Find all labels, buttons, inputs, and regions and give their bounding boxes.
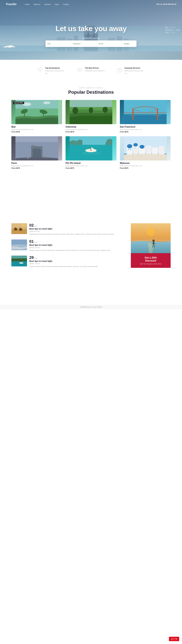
tip-text-2: Tempor massa et laoreet malesuada. Pelle… [29, 249, 111, 252]
search-label: Search for your trip [45, 37, 137, 39]
dest-price-sf: From $679 [120, 131, 171, 133]
tip-meta-2: ADMIN / SPORT [29, 247, 111, 248]
mykonos-scene [120, 136, 171, 160]
tip-meta-3: ADMIN / SPORT [29, 263, 98, 264]
dest-price-bali: From $679 [11, 131, 62, 133]
sidebar-offers[interactable]: Offers 21 [165, 27, 180, 28]
city-input[interactable] [45, 40, 71, 47]
dest-card-bali[interactable]: Special Offer Bali Nulla pretium tincidu… [11, 100, 62, 133]
tip-unit-2: MAY [34, 242, 38, 243]
svg-rect-80 [11, 240, 27, 245]
tip-text-3: Vivamus massa.Tempor massa et laoreet ma… [29, 265, 98, 268]
paris-scene [11, 136, 62, 160]
dest-card-mykonos[interactable]: Mykonos Nulla pretium tincidunt felis, n… [120, 136, 171, 169]
dest-name-indonesia: Indonesia [66, 126, 116, 128]
sf-scene [120, 100, 171, 124]
svg-point-32 [89, 107, 93, 113]
dest-name-paris: Paris [11, 162, 62, 164]
bottom-spacer [0, 276, 182, 305]
tips-section: 02 MAY Best tips to travel light ADMIN /… [0, 215, 182, 276]
dest-img-paris [11, 136, 62, 160]
sidebar-latest[interactable]: Latest 03 [165, 32, 180, 33]
svg-rect-26 [15, 100, 58, 108]
dest-price-phiphi: From $679 [66, 167, 116, 169]
svg-point-59 [127, 144, 132, 148]
features-strip: Top Destinations Nulla pretium tincidunt… [0, 60, 182, 80]
destinations-section-label: SIMPLY AMAZING PLACES [11, 87, 171, 89]
svg-rect-48 [91, 147, 91, 151]
tip-img-1 [11, 223, 27, 234]
hero-section: Let us take you away Search for your tri… [0, 0, 182, 60]
tip-title-1: Best tips to travel light [29, 228, 114, 230]
offers-count: 21 [170, 27, 171, 28]
dest-card-indonesia[interactable]: Indonesia Nulla pretium tincidunt felis,… [66, 100, 116, 133]
discount-banner[interactable]: Get a 20%Discount Buy Your Vacation Onli… [131, 253, 171, 268]
testimonials-label: Testimonials [165, 29, 173, 31]
svg-point-78 [21, 224, 26, 226]
tip-img-3 [11, 256, 27, 266]
svg-rect-36 [132, 108, 134, 120]
svg-rect-41 [32, 149, 41, 158]
destinations-grid: Special Offer Bali Nulla pretium tincidu… [11, 100, 171, 169]
tip-3-illustration [11, 256, 27, 266]
discount-subtitle: Buy Your Vacation Online Now [134, 263, 168, 265]
nav-news[interactable]: News [55, 4, 59, 6]
svg-rect-33 [70, 100, 112, 107]
svg-point-30 [72, 107, 78, 114]
call-number: Call us: 00-56 445 610 33 [156, 3, 176, 5]
dest-name-phiphi: Phi Phi Island [66, 162, 116, 164]
nav-services[interactable]: Services [44, 4, 51, 6]
nav-home[interactable]: Home [25, 4, 29, 6]
dest-desc-indonesia: Nulla pretium tincidunt felis, nec. [66, 128, 116, 130]
testimonials-count: 37 [174, 29, 175, 30]
feature-prices-title: The Best Prices [85, 67, 105, 69]
hero-title: Let us take you away [55, 24, 127, 33]
svg-rect-57 [152, 147, 158, 155]
nav-contact[interactable]: Contact [63, 4, 69, 6]
logo[interactable]: Travello [6, 2, 16, 6]
tip-number-3: 29 [29, 256, 34, 260]
tip-title-3: Best tips to travel light [29, 260, 98, 262]
svg-rect-56 [146, 146, 151, 155]
beach-illustration [131, 223, 171, 254]
svg-rect-74 [20, 228, 21, 228]
dest-img-sf [120, 100, 171, 124]
dest-card-sf[interactable]: San Francisco Nulla pretium tincidunt fe… [120, 100, 171, 133]
dest-card-paris[interactable]: Paris Nulla pretium tincidunt felis, nec… [11, 136, 62, 169]
tip-unit-3: MAY [34, 258, 38, 259]
tip-meta-1: ADMIN / SPORT [29, 231, 114, 232]
tip-img-2 [11, 240, 27, 250]
dest-card-phiphi[interactable]: Phi Phi Island Nulla pretium tincidunt f… [66, 136, 116, 169]
search-bar: SEARCH [45, 40, 137, 47]
svg-point-31 [103, 106, 108, 113]
latest-dot [172, 32, 175, 32]
tip-title-2: Best tips to travel light [29, 244, 111, 246]
feature-destinations-desc: Nulla pretium tincidunt felis, nec. [45, 70, 66, 74]
dest-img-indonesia [66, 100, 116, 124]
dest-price-indonesia: From $679 [66, 131, 116, 133]
budget-input[interactable] [122, 40, 137, 47]
tip-1-illustration [11, 223, 27, 234]
svg-point-61 [140, 145, 144, 149]
feature-services-title: Amazing Services [124, 67, 145, 69]
feature-services: Amazing Services Nulla pretium tincidunt… [116, 67, 145, 74]
feature-prices: The Best Prices Sollicitudin mauris lobo… [77, 67, 105, 74]
umbrella-icon [37, 67, 43, 73]
dest-img-phiphi [66, 136, 116, 160]
nav-about[interactable]: About us [33, 4, 40, 6]
dest-name-mykonos: Mykonos [120, 162, 171, 164]
departure-input[interactable] [71, 40, 96, 47]
latest-count: 03 [170, 32, 171, 33]
dest-desc-sf: Nulla pretium tincidunt felis, nec. [120, 128, 171, 130]
tip-content-3: 29 MAY Best tips to travel light ADMIN /… [29, 256, 98, 268]
watermark-text: 论坛BBS|xieniao.com 仅供下载欣赏 [80, 306, 102, 308]
arrival-input[interactable] [96, 40, 122, 47]
svg-rect-15 [78, 68, 81, 72]
sidebar-testimonials[interactable]: Testimonials 37 [165, 29, 180, 31]
svg-point-60 [133, 143, 138, 146]
dest-price-paris: From $679 [11, 167, 62, 169]
tip-content-2: 01 MAY Best tips to travel light ADMIN /… [29, 240, 111, 252]
destinations-section-title: Popular Destinations [11, 90, 171, 95]
nav-menu: Home About us Services News Contact [25, 3, 156, 6]
dest-desc-phiphi: Nulla pretium tincidunt felis, nec. [66, 165, 116, 166]
